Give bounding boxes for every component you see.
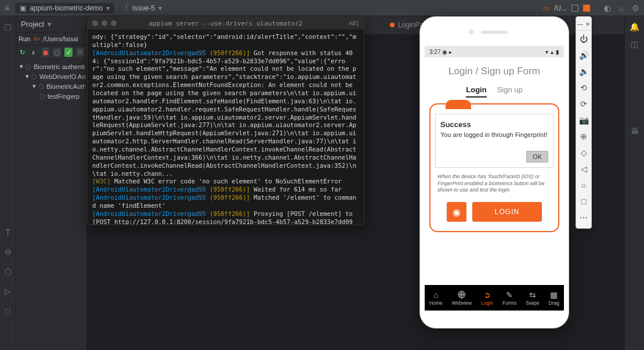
project-icon: ▣ [20, 4, 26, 12]
tree-label: WebDriverIO And [39, 73, 85, 80]
pencil-icon: ✎ [506, 290, 513, 300]
volume-up-icon[interactable]: 🔊 [576, 47, 591, 63]
close-icon[interactable]: ✕ [585, 21, 590, 27]
project-selector[interactable]: ▣ appium-biometric-demo ▾ [15, 3, 114, 13]
traffic-lights[interactable] [92, 20, 117, 26]
tree-label: testFingerp [48, 93, 79, 100]
circle-tool-icon[interactable]: ⊖ [5, 247, 12, 257]
fingerprint-button[interactable]: ◉ [447, 202, 466, 222]
bottom-nav: ⌂Home 🌐︎Webview ➲Login ✎Forms ⇆Swipe ▦Dr… [425, 285, 564, 311]
nav-label: Swipe [526, 300, 539, 306]
left-tool-gutter: ▢ T ⊖ ⬡ ▷ □ [0, 16, 16, 350]
tree-label: BiometricAuth [46, 83, 85, 90]
rotate-right-icon[interactable]: ⟳ [576, 96, 591, 112]
terminal-titlebar[interactable]: appium server --use-drivers uiautomator2… [88, 17, 364, 30]
test-tree: ▾◌Biometric authentic ▾◌WebDriverIO And … [16, 59, 86, 103]
chevron-down-icon: ▾ [26, 73, 29, 80]
chevron-down-icon: ▾ [158, 4, 162, 12]
filter-icon[interactable]: ⧁ [76, 48, 84, 57]
terminal-title: appium server --use-drivers uiautomator2 [92, 20, 359, 27]
gear-icon[interactable]: ⚙ [632, 3, 639, 13]
rotate-left-icon[interactable]: ⟲ [576, 80, 591, 96]
pass-icon[interactable]: ✓ [64, 48, 73, 57]
tree-leaf[interactable]: ◌testFingerp [17, 91, 85, 101]
square-tool-icon[interactable]: □ [5, 306, 10, 316]
emulator-window-controls[interactable]: —✕ [576, 19, 591, 31]
nav-webview[interactable]: 🌐︎Webview [452, 290, 472, 306]
run-label[interactable]: Run [19, 35, 30, 42]
tree-root[interactable]: ▾◌Biometric authentic [17, 62, 85, 71]
camera-icon[interactable]: 📷 [576, 112, 591, 128]
chevron-down-icon: ▾ [32, 82, 36, 90]
nav-swipe[interactable]: ⇆Swipe [526, 290, 539, 306]
editor-area: ⊕ △ m LoginPage... appium server --use-d… [87, 16, 624, 350]
nav-label: Login [481, 300, 493, 306]
app-content: Login / Sign up Form Login Sign up Succe… [425, 57, 564, 311]
nav-label: Forms [502, 300, 516, 306]
hex-tool-icon[interactable]: ⬡ [5, 267, 12, 276]
overview-icon[interactable]: □ [576, 193, 591, 210]
editor-right-tab[interactable]: ▭ /U... [543, 4, 590, 12]
terminal-shortcut: ⌘#1 [349, 20, 359, 27]
power-icon[interactable]: ⏻ [576, 31, 591, 47]
nav-forms[interactable]: ✎Forms [502, 290, 516, 306]
right-tab-label: /U... [554, 4, 567, 12]
stop-icon[interactable]: ◼ [42, 48, 50, 57]
nav-home[interactable]: ⌂Home [429, 290, 443, 306]
database-icon[interactable]: ◫ [631, 39, 638, 49]
dialog-ok-button[interactable]: OK [526, 151, 548, 163]
app-screen-title: Login / Sign up Form [425, 57, 564, 82]
person-icon[interactable]: ◐ [604, 3, 611, 13]
tree-label: Biometric authentic [34, 63, 85, 70]
back-icon[interactable]: ◁ [576, 161, 591, 177]
dialog-title: Success [440, 120, 548, 129]
tab-signup[interactable]: Sign up [497, 85, 523, 98]
tree-node[interactable]: ▾◌BiometricAuth [17, 81, 85, 91]
folder-icon: ▭ [543, 4, 549, 12]
ide-topbar: ≡ ▣ appium-biometric-demo ▾ ᚶ issue-5 ▾ … [0, 0, 644, 16]
tab-login[interactable]: Login [466, 85, 486, 98]
notifications-icon[interactable]: 🔔 [629, 22, 639, 31]
search-icon[interactable]: ⌕ [619, 3, 624, 13]
run-tool-icon[interactable]: ▷ [5, 287, 11, 296]
volume-down-icon[interactable]: 🔉 [576, 63, 591, 80]
project-panel: Project ▾ Run ▭ /Users/faisal ↻ ⏵ ◼ ▢ ✓ … [16, 16, 87, 350]
auth-tabs: Login Sign up [425, 82, 564, 103]
folder-tool-icon[interactable]: ▢ [4, 22, 12, 31]
terminal-output[interactable]: ody: {"strategy":"id","selector":"androi… [88, 30, 364, 225]
dialog-message: You are logged in through Fingerprint! [440, 131, 548, 138]
spinner-icon: ◌ [39, 92, 45, 100]
login-button[interactable]: LOGIN [472, 202, 542, 222]
android-statusbar: 3:27 ◉ ▸ ▾▴▮ [425, 46, 564, 57]
resume-icon[interactable]: ⏵ [30, 48, 38, 57]
nav-label: Webview [452, 300, 472, 306]
device-screen: 3:27 ◉ ▸ ▾▴▮ Login / Sign up Form Login … [425, 46, 564, 311]
card-accent [446, 100, 471, 109]
swipe-icon: ⇆ [529, 290, 536, 300]
terminal-window[interactable]: appium server --use-drivers uiautomator2… [87, 16, 364, 225]
git-branch-selector[interactable]: ᚶ issue-5 ▾ [120, 3, 167, 13]
text-tool-icon[interactable]: T [5, 228, 10, 237]
extend-icon[interactable]: ◇ [576, 145, 591, 161]
project-panel-title: Project [21, 20, 44, 28]
branch-icon: ᚶ [125, 4, 129, 12]
zoom-icon[interactable]: ⊕ [576, 128, 591, 145]
spinner-icon: ◌ [31, 73, 37, 80]
rerun-icon[interactable]: ↻ [19, 48, 27, 57]
nav-login[interactable]: ➲Login [481, 290, 493, 306]
menu-icon[interactable]: ≡ [5, 3, 9, 13]
biometrics-hint: When the device has Touch/FaceID (iOS) o… [434, 174, 555, 194]
toggle-icon[interactable]: ▢ [53, 48, 61, 57]
nav-drag[interactable]: ▦Drag [549, 290, 559, 306]
right-tool-gutter: 🔔 ◫ 🖶 [624, 16, 644, 350]
nav-label: Home [429, 300, 443, 306]
tree-node[interactable]: ▾◌WebDriverIO And [17, 71, 85, 81]
project-name: appium-biometric-demo [30, 4, 103, 12]
login-card: Success You are logged in through Finger… [429, 103, 559, 232]
status-time: 3:27 ◉ ▸ [429, 49, 452, 55]
chevron-down-icon[interactable]: ▾ [48, 20, 52, 28]
minimize-icon[interactable]: — [577, 21, 583, 27]
more-icon[interactable]: ⋯ [576, 210, 591, 226]
print-icon[interactable]: 🖶 [631, 127, 639, 136]
home-icon[interactable]: ○ [576, 177, 591, 193]
